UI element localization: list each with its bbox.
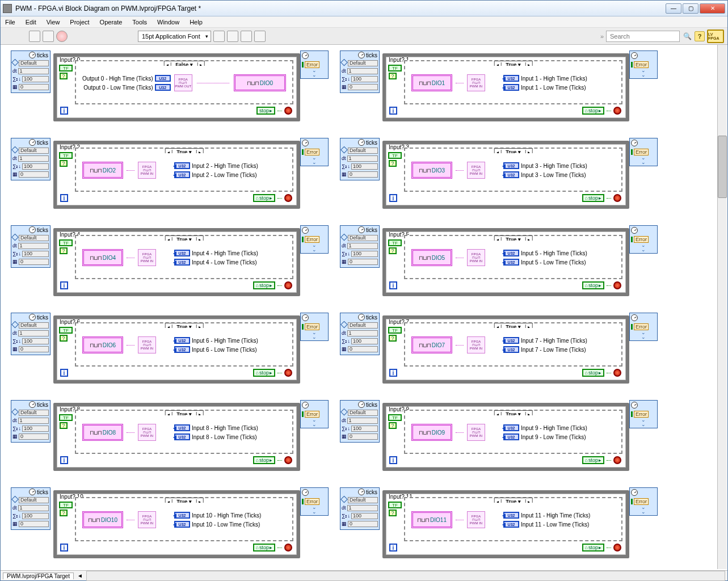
offset-field[interactable]: 0 [19, 346, 49, 352]
pwm-in-vi[interactable]: FPGA⊓⊔⊓PWM IN [467, 511, 485, 528]
iteration-terminal[interactable]: i [60, 544, 68, 551]
pwm-in-vi[interactable]: FPGA⊓⊔⊓PWM IN [467, 336, 485, 353]
clock-source-field[interactable]: Default [348, 235, 378, 241]
pwm-in-vi[interactable]: FPGA⊓⊔⊓PWM IN [467, 162, 485, 179]
loop-output-cluster[interactable]: Error ⌄⌄ [300, 50, 329, 79]
fpga-mode-button[interactable]: LV FPGA [707, 30, 724, 43]
expand-chevron-icon[interactable]: ⌄⌄ [302, 68, 327, 77]
iteration-terminal[interactable]: i [60, 281, 68, 289]
dio-node[interactable]: ⊓⊔⊓DIO0 [234, 74, 286, 91]
priority-field[interactable]: 100 [351, 426, 378, 432]
while-loop-frame[interactable]: Input? 6 TF ? ◂ True ▾ ▸ ⊓⊔⊓DIO6 FPGA⊓⊔⊓… [53, 315, 300, 384]
priority-field[interactable]: 100 [351, 513, 378, 519]
offset-field[interactable]: 0 [348, 346, 378, 352]
minimize-button[interactable]: — [666, 3, 681, 14]
timed-loop-3[interactable]: ticks Default dt1 ∑₂↓100 ▦0 Input? 3 TF … [340, 138, 658, 210]
stop-terminal-icon[interactable] [284, 369, 292, 377]
offset-field[interactable]: 0 [19, 521, 49, 527]
stop-terminal-icon[interactable] [284, 456, 292, 464]
dt-field[interactable]: 1 [347, 505, 378, 511]
pwm-in-vi[interactable]: FPGA⊓⊔⊓PWM IN [467, 424, 485, 441]
loop-config-cluster[interactable]: ticks Default dt1 ∑₂↓100 ▦0 [340, 313, 380, 355]
distribute-button[interactable] [227, 31, 238, 42]
u32-indicator[interactable]: U32 [174, 424, 190, 431]
u32-indicator[interactable]: U32 [174, 337, 190, 344]
tf-control[interactable]: TF [388, 65, 402, 71]
tf-control[interactable]: TF [388, 239, 402, 246]
menu-project[interactable]: Project [70, 19, 89, 26]
u32-indicator[interactable]: U32 [503, 259, 519, 266]
u32-indicator[interactable]: U32 [174, 521, 190, 528]
timed-loop-8[interactable]: ticks Default dt1 ∑₂↓100 ▦0 Input? 8 TF … [11, 400, 329, 473]
iteration-terminal[interactable]: i [60, 107, 68, 115]
while-loop-frame[interactable]: Input? 10 TF ? ◂ True ▾ ▸ ⊓⊔⊓DIO10 FPGA⊓… [53, 490, 300, 558]
timed-loop-4[interactable]: ticks Default dt1 ∑₂↓100 ▦0 Input? 4 TF … [11, 225, 329, 298]
u32-indicator[interactable]: U32 [503, 84, 519, 91]
expand-chevron-icon[interactable]: ⌄⌄ [631, 418, 656, 427]
u32-indicator[interactable]: U32 [155, 75, 171, 82]
dt-field[interactable]: 1 [18, 330, 49, 336]
loop-config-cluster[interactable]: ticks Default dt1 ∑₂↓100 ▦0 [11, 487, 51, 530]
u32-indicator[interactable]: U32 [174, 171, 190, 178]
case-selector-terminal[interactable]: ? [389, 73, 397, 79]
clock-source-field[interactable]: Default [19, 497, 49, 503]
dt-field[interactable]: 1 [18, 418, 49, 424]
loop-output-cluster[interactable]: Error ⌄⌄ [629, 50, 658, 79]
offset-field[interactable]: 0 [348, 84, 378, 90]
case-structure[interactable]: ◂ True ▾ ▸ ⊓⊔⊓DIO6 FPGA⊓⊔⊓PWM IN U32Inpu… [75, 322, 293, 367]
dt-field[interactable]: 1 [18, 243, 49, 249]
u32-indicator[interactable]: U32 [503, 521, 519, 528]
clock-source-field[interactable]: Default [19, 322, 49, 329]
clock-source-field[interactable]: Default [348, 60, 378, 66]
close-button[interactable]: ✕ [700, 3, 725, 14]
loop-output-cluster[interactable]: Error ⌄⌄ [629, 225, 658, 254]
priority-field[interactable]: 100 [22, 76, 49, 82]
loop-config-cluster[interactable]: ticks Default dt1 ∑₂↓100 ▦0 [11, 138, 51, 180]
dt-field[interactable]: 1 [18, 155, 49, 162]
timed-loop-2[interactable]: ticks Default dt1 ∑₂↓100 ▦0 Input? 2 TF … [11, 138, 329, 210]
priority-field[interactable]: 100 [22, 338, 49, 344]
tf-control[interactable]: TF [388, 327, 402, 334]
priority-field[interactable]: 100 [351, 338, 378, 344]
iteration-terminal[interactable]: i [389, 456, 397, 464]
offset-field[interactable]: 0 [348, 171, 378, 178]
status-tab[interactable]: PWM.lvproj/FPGA Target [3, 572, 74, 579]
timed-loop-5[interactable]: ticks Default dt1 ∑₂↓100 ▦0 Input? 5 TF … [340, 225, 658, 298]
font-selector[interactable]: 15pt Application Font [138, 31, 211, 42]
priority-field[interactable]: 100 [22, 251, 49, 257]
case-selector-terminal[interactable]: ? [389, 247, 397, 254]
u32-indicator[interactable]: U32 [503, 162, 519, 169]
pwm-out-vi[interactable]: FPGA⊓⊔⊓PWM OUT [174, 74, 192, 91]
priority-field[interactable]: 100 [22, 513, 49, 519]
case-selector-terminal[interactable]: ? [60, 73, 68, 79]
dio-node[interactable]: ⊓⊔⊓DIO11 [411, 511, 452, 528]
u32-indicator[interactable]: U32 [503, 433, 519, 440]
search-input[interactable] [609, 32, 666, 40]
stop-control[interactable]: ⌂stop▸ [253, 456, 275, 464]
tf-control[interactable]: TF [388, 414, 402, 421]
pwm-in-vi[interactable]: FPGA⊓⊔⊓PWM IN [138, 511, 156, 528]
u32-indicator[interactable]: U32 [503, 346, 519, 353]
loop-config-cluster[interactable]: ticks Default dt1 ∑₂↓100 ▦0 [340, 225, 380, 268]
stop-control[interactable]: ⌂stop▸ [582, 456, 604, 464]
horizontal-scrollbar[interactable] [86, 571, 725, 581]
u32-indicator[interactable]: U32 [503, 512, 519, 519]
tf-control[interactable]: TF [59, 152, 73, 159]
expand-chevron-icon[interactable]: ⌄⌄ [302, 243, 327, 252]
expand-chevron-icon[interactable]: ⌄⌄ [631, 243, 656, 252]
expand-chevron-icon[interactable]: ⌄⌄ [302, 330, 327, 339]
dio-node[interactable]: ⊓⊔⊓DIO8 [82, 424, 123, 441]
case-structure[interactable]: ◂ False ▾ ▸ Output 0 - High Time (Ticks)… [75, 60, 293, 104]
tf-control[interactable]: TF [59, 239, 73, 246]
expand-chevron-icon[interactable]: ⌄⌄ [302, 505, 327, 514]
maximize-button[interactable]: ▢ [683, 3, 698, 14]
u32-indicator[interactable]: U32 [503, 250, 519, 256]
u32-indicator[interactable]: U32 [503, 171, 519, 178]
case-structure[interactable]: ◂ True ▾ ▸ ⊓⊔⊓DIO2 FPGA⊓⊔⊓PWM IN U32Inpu… [75, 148, 293, 192]
priority-field[interactable]: 100 [22, 426, 49, 432]
priority-field[interactable]: 100 [22, 163, 49, 170]
stop-terminal-icon[interactable] [284, 544, 292, 551]
iteration-terminal[interactable]: i [389, 194, 397, 202]
tf-control[interactable]: TF [388, 152, 402, 159]
loop-output-cluster[interactable]: Error ⌄⌄ [629, 313, 658, 341]
